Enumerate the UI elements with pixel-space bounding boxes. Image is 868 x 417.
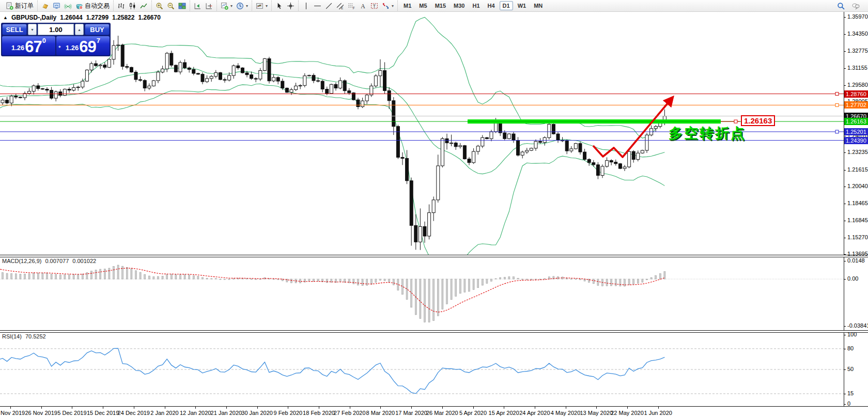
timeframe-w1[interactable]: W1 (515, 1, 530, 10)
sell-price-display[interactable]: 1.26 67 0 (2, 36, 55, 55)
line-handle-marker[interactable] (835, 130, 839, 133)
sell-button[interactable]: SELL (2, 24, 27, 35)
market-watch-button[interactable] (52, 2, 61, 10)
timeframe-m5[interactable]: M5 (416, 1, 430, 10)
macd-bar (420, 279, 421, 319)
chevron-down-icon[interactable]: ▾ (392, 4, 394, 8)
templates-button[interactable]: ▾ (255, 2, 269, 10)
price-tick-label: 1.15270 (847, 234, 868, 240)
bar-chart-mode-button[interactable] (116, 2, 126, 10)
timeframe-h1[interactable]: H1 (469, 1, 483, 10)
macd-bar (375, 279, 377, 282)
fibo-icon: F (348, 2, 355, 10)
timeframe-mn[interactable]: MN (531, 1, 546, 10)
line-handle-marker[interactable] (835, 92, 839, 96)
macd-bar (477, 279, 479, 288)
bear-candle (95, 64, 98, 66)
search-icon (837, 2, 845, 10)
tile-windows-button[interactable] (177, 2, 187, 10)
sell-price-big: 67 (25, 40, 41, 54)
macd-bar (148, 276, 150, 279)
rsi-axis-label: 0 (847, 400, 850, 407)
bear-candle (388, 90, 391, 100)
macd-bar (317, 279, 319, 281)
styler-button[interactable] (40, 2, 50, 10)
macd-bar (548, 277, 550, 279)
pane-divider[interactable] (0, 255, 868, 257)
vertical-line-tool-button[interactable] (301, 2, 311, 10)
macd-indicator-label: MACD(12,26,9) 0.007077 0.001022 (2, 258, 96, 264)
macd-pane-canvas[interactable] (0, 257, 844, 330)
volume-decrease-button[interactable]: ▼ (28, 24, 37, 35)
bear-candle (539, 142, 542, 143)
arrows-tool-button[interactable]: ▾ (381, 2, 395, 10)
trendline-tool-button[interactable] (324, 2, 334, 10)
macd-bar (370, 279, 372, 284)
bear-candle (174, 65, 177, 72)
chart-shift-button[interactable] (204, 2, 214, 10)
zoom-in-button[interactable] (154, 2, 164, 10)
bull-candle (165, 53, 168, 69)
chevron-down-icon[interactable]: ▾ (246, 4, 248, 8)
timeframe-m15[interactable]: M15 (432, 1, 449, 10)
price-badge: 1.24390 (844, 137, 868, 144)
date-tick-label: 15 Dec 2019 (87, 410, 119, 416)
periods-menu-button[interactable]: ▾ (235, 2, 249, 10)
timeframe-m30[interactable]: M30 (451, 1, 468, 10)
time-axis[interactable]: 7 Nov 201926 Nov 20195 Dec 201915 Dec 20… (0, 406, 868, 417)
axis-tick (844, 85, 846, 86)
timeframe-d1[interactable]: D1 (500, 1, 513, 10)
price-tick-label: 1.32775 (847, 48, 868, 54)
macd-bar (47, 273, 48, 279)
toolbar-group: EFAT▾ (298, 1, 397, 11)
pane-divider[interactable] (0, 330, 868, 333)
macd-bar (442, 279, 443, 309)
timeframe-m1[interactable]: M1 (400, 1, 414, 10)
zoomout-icon (167, 2, 175, 10)
autotrading-button[interactable]: 自动交易 (74, 1, 111, 11)
search-button[interactable] (836, 2, 846, 10)
buy-button[interactable]: BUY (85, 24, 110, 35)
axis-tick (844, 369, 846, 370)
collapse-triangle-icon[interactable]: ▲ (3, 15, 8, 20)
candlestick-mode-button[interactable] (128, 2, 137, 10)
new-order-button[interactable]: 新订单 (5, 1, 35, 11)
clock-icon (236, 2, 244, 10)
macd-bar (451, 279, 452, 300)
macd-bar (91, 271, 92, 279)
equidistant-channel-tool-button[interactable]: E (335, 2, 345, 10)
price-axis[interactable]: 1.359701.343501.327751.311551.295801.280… (844, 11, 868, 255)
bull-candle (623, 167, 626, 168)
line-chart-mode-button[interactable] (139, 2, 149, 10)
axis-tick (844, 238, 846, 238)
bear-candle (68, 89, 71, 90)
horizontal-line-tool-button[interactable] (313, 2, 322, 10)
callout-handle-marker[interactable] (734, 120, 737, 123)
rsi-pane-canvas[interactable] (0, 332, 844, 406)
volume-increase-button[interactable]: ▲ (75, 24, 84, 35)
macd-bar (211, 279, 212, 279)
bear-candle (485, 137, 488, 138)
fibonacci-tool-button[interactable]: F (347, 2, 357, 10)
date-tick (319, 407, 319, 409)
text-tool-button[interactable]: A (358, 2, 368, 10)
date-tick (442, 407, 443, 409)
buy-price-display[interactable]: ◆ 1.26 69 7 (56, 36, 110, 55)
text-label-tool-button[interactable]: T (369, 2, 379, 10)
timeframe-h4[interactable]: H4 (485, 1, 498, 10)
chevron-down-icon[interactable]: ▾ (230, 4, 233, 8)
macd-bar (166, 274, 168, 279)
signals-button[interactable] (63, 2, 73, 10)
auto-scroll-button[interactable] (193, 2, 203, 10)
chevron-down-icon[interactable]: ▾ (266, 4, 268, 8)
sell-price-pip: 0 (42, 37, 46, 44)
axis-tick (844, 261, 846, 261)
zoom-out-button[interactable] (166, 2, 176, 10)
bull-candle (654, 127, 657, 129)
volume-input[interactable]: 1.00 (38, 24, 74, 35)
chat-button[interactable] (851, 2, 861, 10)
new-chart-button[interactable]: ▾ (220, 2, 234, 10)
line-handle-marker[interactable] (835, 103, 839, 106)
cursor-tool-button[interactable] (274, 2, 284, 10)
crosshair-tool-button[interactable] (286, 2, 296, 10)
